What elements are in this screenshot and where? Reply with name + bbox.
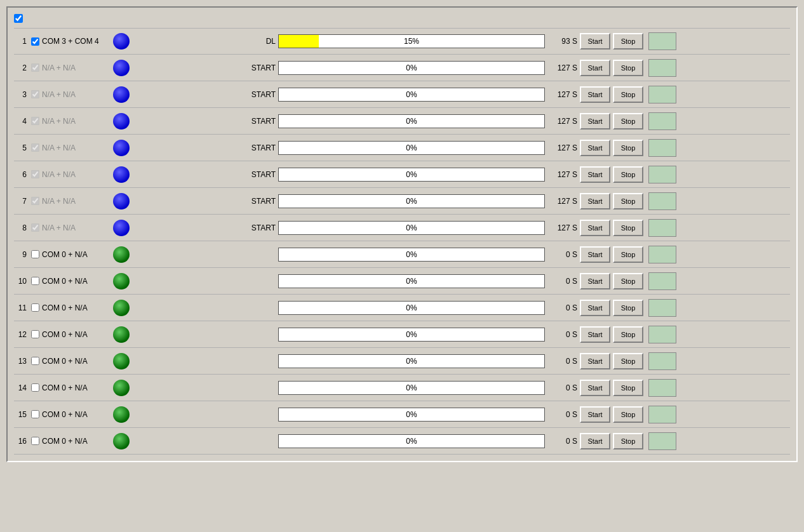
table-row: 15COM 0 + N/A0%0 SStartStop xyxy=(14,401,790,428)
start-button[interactable]: Start xyxy=(580,193,610,209)
start-button[interactable]: Start xyxy=(580,300,610,316)
stop-button[interactable]: Stop xyxy=(613,326,643,343)
progress-bar: 0% xyxy=(278,168,545,182)
status-box xyxy=(648,326,676,343)
progress-text: 0% xyxy=(406,143,417,152)
row-checkbox[interactable] xyxy=(31,330,39,338)
com-label: N/A + N/A xyxy=(41,63,111,72)
com-label: N/A + N/A xyxy=(41,117,111,126)
row-checkbox[interactable] xyxy=(31,63,39,72)
row-checkbox-col xyxy=(29,63,41,72)
green-dot-icon xyxy=(113,406,130,423)
time-label: 0 S xyxy=(545,410,580,419)
table-row: 10COM 0 + N/A0%0 SStartStop xyxy=(14,268,790,295)
progress-col: 0% xyxy=(278,301,545,315)
row-checkbox[interactable] xyxy=(31,437,39,445)
progress-text: 0% xyxy=(406,170,417,179)
row-checkbox[interactable] xyxy=(31,410,39,418)
start-button[interactable]: Start xyxy=(580,166,610,183)
row-checkbox[interactable] xyxy=(31,117,39,125)
start-button[interactable]: Start xyxy=(580,380,610,396)
progress-text: 0% xyxy=(406,197,417,206)
stop-btn-col: Stop xyxy=(613,300,646,316)
row-checkbox-col xyxy=(29,277,41,285)
stop-button[interactable]: Stop xyxy=(613,113,643,130)
start-button[interactable]: Start xyxy=(580,353,610,369)
green-dot-icon xyxy=(113,353,130,369)
progress-text: 0% xyxy=(406,357,417,366)
start-button[interactable]: Start xyxy=(580,140,610,156)
stop-btn-col: Stop xyxy=(613,140,646,156)
row-checkbox[interactable] xyxy=(31,250,39,258)
stop-button[interactable]: Stop xyxy=(613,300,643,316)
row-checkbox[interactable] xyxy=(31,383,39,392)
stop-button[interactable]: Stop xyxy=(613,166,643,183)
stop-button[interactable]: Stop xyxy=(613,60,643,76)
stop-button[interactable]: Stop xyxy=(613,353,643,369)
row-checkbox[interactable] xyxy=(31,277,39,285)
select-all-checkbox[interactable] xyxy=(14,14,23,23)
row-checkbox[interactable] xyxy=(31,223,39,232)
row-checkbox[interactable] xyxy=(31,143,39,152)
table-row: 13COM 0 + N/A0%0 SStartStop xyxy=(14,348,790,375)
row-checkbox[interactable] xyxy=(31,170,39,178)
status-box xyxy=(648,86,676,103)
stop-button[interactable]: Stop xyxy=(613,246,643,263)
start-button[interactable]: Start xyxy=(580,433,610,449)
row-checkbox[interactable] xyxy=(31,90,39,98)
start-button[interactable]: Start xyxy=(580,326,610,343)
start-button[interactable]: Start xyxy=(580,246,610,263)
green-dot-icon xyxy=(113,433,130,449)
com-label: COM 0 + N/A xyxy=(41,277,111,286)
status-box xyxy=(648,272,676,290)
status-dot-col xyxy=(111,140,132,156)
row-checkbox-col xyxy=(29,383,41,392)
green-dot-icon xyxy=(113,273,130,289)
stop-button[interactable]: Stop xyxy=(613,86,643,103)
stop-button[interactable]: Stop xyxy=(613,33,643,50)
progress-bar: 0% xyxy=(278,114,545,128)
start-btn-col: Start xyxy=(580,33,613,50)
stop-button[interactable]: Stop xyxy=(613,406,643,423)
time-label: 127 S xyxy=(545,63,580,72)
stop-btn-col: Stop xyxy=(613,113,646,130)
row-checkbox-col xyxy=(29,117,41,125)
stop-button[interactable]: Stop xyxy=(613,193,643,209)
row-checkbox-col xyxy=(29,357,41,365)
row-number: 8 xyxy=(14,223,29,232)
progress-col: 0% xyxy=(278,328,545,342)
start-button[interactable]: Start xyxy=(580,86,610,103)
row-checkbox[interactable] xyxy=(31,37,39,46)
table-row: 5N/A + N/ASTART0%127 SStartStop xyxy=(14,135,790,161)
start-button[interactable]: Start xyxy=(580,113,610,130)
stop-button[interactable]: Stop xyxy=(613,433,643,449)
stop-button[interactable]: Stop xyxy=(613,380,643,396)
stop-button[interactable]: Stop xyxy=(613,220,643,236)
status-dot-col xyxy=(111,166,132,183)
progress-col: 0% xyxy=(278,141,545,155)
stop-button[interactable]: Stop xyxy=(613,273,643,289)
com-label: N/A + N/A xyxy=(41,143,111,152)
start-button[interactable]: Start xyxy=(580,220,610,236)
start-button[interactable]: Start xyxy=(580,273,610,289)
start-button[interactable]: Start xyxy=(580,60,610,76)
start-btn-col: Start xyxy=(580,326,613,343)
start-btn-col: Start xyxy=(580,300,613,316)
status-box xyxy=(648,352,676,370)
stage-label: START xyxy=(246,197,278,206)
start-button[interactable]: Start xyxy=(580,33,610,50)
row-number: 15 xyxy=(14,410,29,419)
row-checkbox[interactable] xyxy=(31,197,39,205)
time-label: 127 S xyxy=(545,223,580,232)
row-number: 3 xyxy=(14,90,29,99)
row-checkbox[interactable] xyxy=(31,303,39,312)
table-row: 11COM 0 + N/A0%0 SStartStop xyxy=(14,295,790,321)
start-btn-col: Start xyxy=(580,193,613,209)
start-btn-col: Start xyxy=(580,113,613,130)
stop-button[interactable]: Stop xyxy=(613,140,643,156)
start-button[interactable]: Start xyxy=(580,406,610,423)
row-checkbox[interactable] xyxy=(31,357,39,365)
stop-btn-col: Stop xyxy=(613,273,646,289)
row-number: 16 xyxy=(14,437,29,446)
time-label: 0 S xyxy=(545,437,580,446)
